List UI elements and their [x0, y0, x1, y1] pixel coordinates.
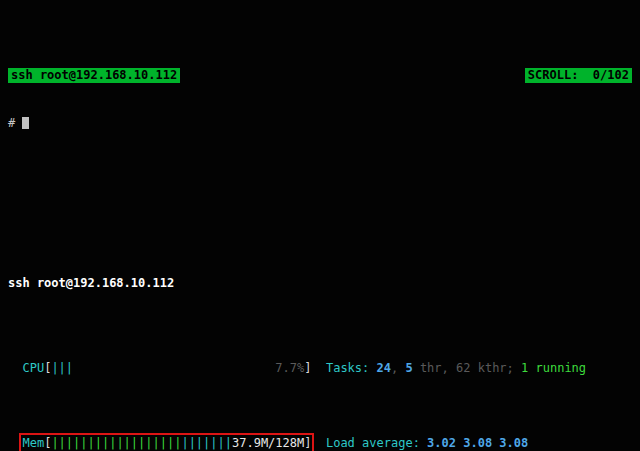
cpu-meter-label: CPU — [22, 361, 44, 375]
mem-meter-line: Mem[|||||||||||||||||||||||||37.9M/128M]… — [8, 436, 632, 451]
cpu-meter-line: CPU[||| 7.7%] Tasks: 24, 5 thr, 62 kthr;… — [8, 361, 632, 376]
bottom-pane-title: ssh root@192.168.10.112 — [8, 276, 632, 291]
prompt-symbol: # — [8, 116, 22, 130]
bottom-pane: ssh root@192.168.10.112 CPU[||| 7.7%] Ta… — [8, 231, 632, 451]
shell-prompt-line[interactable]: # — [8, 116, 632, 131]
terminal-window: ssh root@192.168.10.112 SCROLL: 0/102 # … — [0, 0, 640, 451]
cpu-meter: CPU[||| 7.7%] — [8, 361, 312, 375]
threads-text: thr, 62 kthr — [413, 361, 507, 375]
mem-meter-bar-used: |||||||||||||||||| — [51, 436, 181, 450]
text-cursor — [22, 117, 29, 129]
load-average-values: 3.02 3.08 3.08 — [427, 436, 528, 450]
scroll-indicator: SCROLL: 0/102 — [525, 68, 632, 83]
cpu-meter-bar: ||| — [51, 361, 73, 375]
tasks-count: 24 — [377, 361, 391, 375]
threads-count: 5 — [405, 361, 412, 375]
load-average-label: Load average: — [311, 436, 427, 450]
tasks-label: Tasks: — [312, 361, 377, 375]
mem-meter-label: Mem — [22, 436, 44, 450]
top-pane-titlebar: ssh root@192.168.10.112 SCROLL: 0/102 — [8, 68, 632, 83]
ssh-session-title: ssh root@192.168.10.112 — [8, 68, 180, 83]
running-count: 1 running — [521, 361, 586, 375]
mem-meter-bar-cache: ||||||| — [181, 436, 232, 450]
mem-meter-annotation-box: Mem[|||||||||||||||||||||||||37.9M/128M] — [22, 436, 311, 450]
cpu-meter-value: 7.7% — [275, 361, 304, 375]
mem-meter-value: 37.9M/128M — [232, 436, 304, 450]
